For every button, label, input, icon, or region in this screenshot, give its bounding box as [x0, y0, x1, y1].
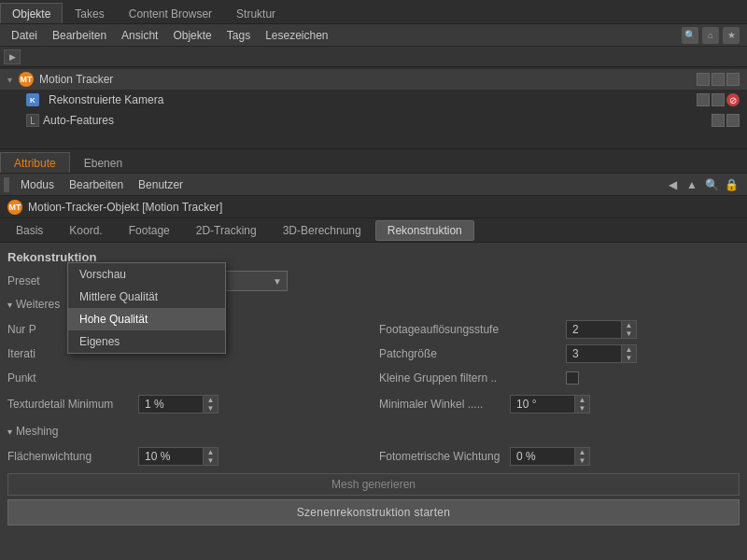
punkt-row: Punkt	[7, 367, 368, 389]
attr-tab-bar: Attribute Ebenen	[0, 149, 747, 174]
tab-takes[interactable]: Takes	[63, 3, 116, 23]
flaechenwichtung-spinner[interactable]: ▲▼	[204, 447, 218, 466]
kamera-icon: K	[26, 93, 39, 106]
nav-left-icon[interactable]: ◀	[664, 176, 681, 193]
lock-icon-3[interactable]	[726, 114, 740, 127]
object-item-motion-tracker[interactable]: ▾ MT Motion Tracker	[0, 69, 747, 90]
render-icon[interactable]	[726, 73, 740, 86]
menu-ansicht[interactable]: Ansicht	[114, 27, 165, 44]
bookmark-icon[interactable]: ★	[723, 27, 740, 44]
fotometrische-wichtung-label: Fotometrische Wichtung	[379, 450, 510, 463]
object-title: Motion-Tracker-Objekt [Motion Tracker]	[28, 201, 222, 214]
attr-menu-bearbeiten[interactable]: Bearbeiten	[62, 176, 131, 193]
minimaler-winkel-input[interactable]	[510, 395, 575, 413]
fotometrische-wichtung-input-wrap: ▲▼	[510, 447, 590, 466]
dropdown-item-mittlere[interactable]: Mittlere Qualität	[68, 286, 225, 308]
fotometrische-wichtung-input[interactable]	[510, 447, 575, 466]
footageaufloesung-spinner[interactable]: ▲▼	[622, 320, 637, 339]
top-tab-bar: Objekte Takes Content Browser Struktur	[0, 0, 747, 24]
fotometrische-wichtung-row: Fotometrische Wichtung ▲▼	[379, 445, 740, 468]
texturdetail-input[interactable]	[138, 395, 204, 413]
flaechenwichtung-label: Flächenwichtung	[7, 450, 138, 463]
lock-attr-icon[interactable]: 🔒	[723, 176, 740, 193]
expand-arrow: ▾	[7, 75, 17, 84]
new-object-btn[interactable]: ▶	[4, 49, 21, 64]
minimaler-winkel-label: Minimaler Winkel .....	[379, 398, 510, 411]
patchgroesse-spinner[interactable]: ▲▼	[622, 344, 637, 363]
texturdetail-label: Texturdetail Minimum	[7, 398, 138, 411]
object-list: ▶ ▾ MT Motion Tracker K Rekonstruierte K…	[0, 47, 747, 149]
footageaufloesung-row: Footageauflösungsstufe ▲▼	[379, 318, 740, 341]
prop-tab-koord[interactable]: Koord.	[57, 220, 114, 241]
meshing-arrow-icon: ▾	[7, 427, 12, 437]
weiteres-label: Weiteres	[16, 298, 60, 311]
no-entry-icon: ⊘	[726, 93, 740, 106]
attr-menu-benutzer[interactable]: Benutzer	[131, 176, 190, 193]
auto-features-icon: L	[26, 114, 39, 127]
texturdetail-input-wrap: ▲▼	[138, 395, 218, 413]
texturdetail-row: Texturdetail Minimum ▲▼	[7, 393, 368, 415]
reconstruct-button[interactable]: Szenenrekonstruktion starten	[7, 499, 740, 525]
footageaufloesung-input-wrap: ▲▼	[566, 320, 637, 339]
menu-tags[interactable]: Tags	[219, 27, 258, 44]
meshing-label: Meshing	[16, 425, 58, 438]
motion-tracker-icon: MT	[19, 72, 34, 87]
menu-bar: Datei Bearbeiten Ansicht Objekte Tags Le…	[0, 24, 747, 47]
mesh-generate-button[interactable]: Mesh generieren	[7, 473, 740, 496]
kleine-gruppen-row: Kleine Gruppen filtern ..	[379, 367, 740, 389]
dropdown-item-hohe[interactable]: Hohe Qualität	[68, 308, 225, 330]
patchgroesse-input-wrap: ▲▼	[566, 344, 637, 363]
menu-datei[interactable]: Datei	[4, 27, 45, 44]
footageaufloesung-input[interactable]	[566, 320, 622, 339]
tab-objekte[interactable]: Objekte	[0, 3, 63, 23]
tab-ebenen[interactable]: Ebenen	[70, 152, 136, 173]
nav-up-icon[interactable]: ▲	[684, 176, 700, 193]
obj-title-icon: MT	[7, 200, 22, 215]
property-tabs: Basis Koord. Footage 2D-Tracking 3D-Bere…	[0, 218, 747, 243]
dropdown-item-vorschau[interactable]: Vorschau	[68, 263, 225, 286]
flaechenwichtung-row: Flächenwichtung ▲▼	[7, 445, 368, 468]
patchgroesse-input[interactable]	[566, 344, 622, 363]
fotometrische-wichtung-spinner[interactable]: ▲▼	[575, 447, 590, 466]
attr-menu-modus[interactable]: Modus	[13, 176, 62, 193]
visibility-icon-2[interactable]	[697, 93, 710, 106]
object-toolbar: ▶	[0, 47, 747, 67]
prop-tab-2dtracking[interactable]: 2D-Tracking	[184, 220, 269, 241]
object-item-rekonstruierte-kamera[interactable]: K Rekonstruierte Kamera ⊘	[0, 90, 747, 110]
prop-tab-basis[interactable]: Basis	[4, 220, 55, 241]
flaechenwichtung-input-wrap: ▲▼	[138, 447, 218, 466]
attr-menu-bar: Modus Bearbeiten Benutzer ◀ ▲ 🔍 🔒	[0, 174, 747, 196]
flaechenwichtung-input[interactable]	[138, 447, 204, 466]
menu-objekte[interactable]: Objekte	[165, 27, 218, 44]
tab-attribute[interactable]: Attribute	[0, 152, 70, 173]
texturdetail-spinner[interactable]: ▲▼	[204, 395, 218, 413]
punkt-label: Punkt	[7, 371, 138, 385]
prop-tab-rekonstruktion[interactable]: Rekonstruktion	[375, 220, 474, 241]
object-item-auto-features[interactable]: L Auto-Features	[0, 110, 747, 131]
kleine-gruppen-label: Kleine Gruppen filtern ..	[379, 371, 566, 385]
minimaler-winkel-input-wrap: ▲▼	[510, 395, 590, 413]
footageaufloesung-label: Footageauflösungsstufe	[379, 323, 566, 336]
patchgroesse-row: Patchgröße ▲▼	[379, 343, 740, 365]
grip-icon	[4, 177, 9, 192]
lock-icon[interactable]	[712, 73, 725, 86]
minimaler-winkel-spinner[interactable]: ▲▼	[575, 395, 590, 413]
meshing-toggle[interactable]: ▾ Meshing	[7, 421, 740, 441]
prop-tab-3dberechnung[interactable]: 3D-Berechnung	[271, 220, 374, 241]
visibility-icon-3[interactable]	[712, 114, 725, 127]
menu-bearbeiten[interactable]: Bearbeiten	[45, 27, 114, 44]
menu-lesezeichen[interactable]: Lesezeichen	[258, 27, 335, 44]
prop-tab-footage[interactable]: Footage	[117, 220, 182, 241]
home-icon[interactable]: ⌂	[702, 27, 719, 44]
visibility-icon[interactable]	[697, 73, 710, 86]
meshing-section: ▾ Meshing Flächenwichtung ▲▼	[7, 421, 740, 525]
patchgroesse-label: Patchgröße	[379, 347, 566, 360]
tab-content-browser[interactable]: Content Browser	[117, 3, 224, 23]
lock-icon-2[interactable]	[712, 93, 725, 106]
kleine-gruppen-checkbox[interactable]	[566, 371, 579, 385]
search-icon[interactable]: 🔍	[682, 27, 698, 44]
minimaler-winkel-row: Minimaler Winkel ..... ▲▼	[379, 393, 740, 415]
tab-struktur[interactable]: Struktur	[224, 3, 288, 23]
dropdown-item-eigenes[interactable]: Eigenes	[68, 330, 225, 353]
search-attr-icon[interactable]: 🔍	[703, 176, 720, 193]
